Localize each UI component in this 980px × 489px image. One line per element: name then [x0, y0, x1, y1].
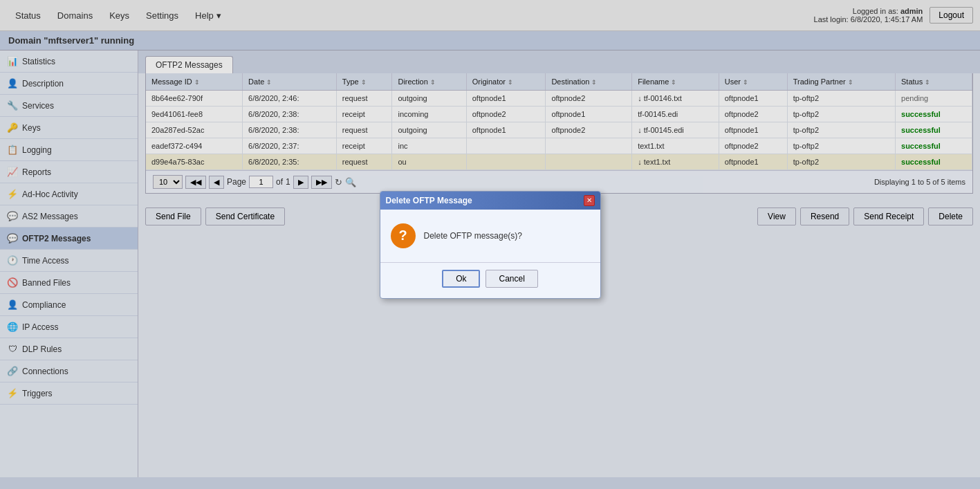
warning-icon: ?	[391, 223, 416, 248]
dialog-message: Delete OFTP message(s)?	[424, 231, 523, 241]
dialog-body: ? Delete OFTP message(s)?	[380, 210, 600, 262]
dialog-title: Delete OFTP Message	[386, 196, 472, 205]
dialog-overlay: Delete OFTP Message ✕ ? Delete OFTP mess…	[0, 0, 980, 477]
dialog-footer: Ok Cancel	[380, 262, 600, 298]
dialog-close-button[interactable]: ✕	[584, 195, 595, 206]
dialog-title-bar: Delete OFTP Message ✕	[380, 192, 600, 210]
dialog-ok-button[interactable]: Ok	[442, 270, 480, 288]
dialog-cancel-button[interactable]: Cancel	[486, 270, 537, 288]
delete-dialog: Delete OFTP Message ✕ ? Delete OFTP mess…	[380, 191, 601, 299]
